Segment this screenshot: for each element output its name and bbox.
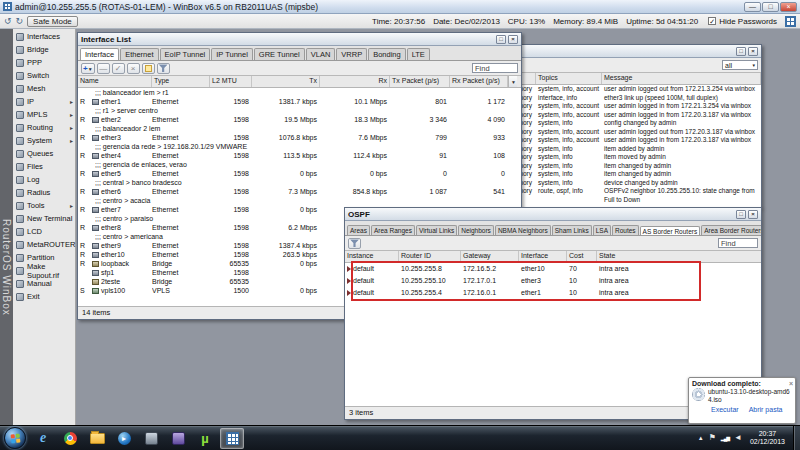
ospf-column-header-gateway[interactable]: Gateway — [461, 251, 519, 262]
interface-comment-row[interactable]: ;;; centro > acacia — [78, 196, 521, 205]
executar-link[interactable]: Executar — [711, 406, 739, 413]
network-icon[interactable]: ▂▄▆ — [721, 435, 729, 441]
app-2-taskbar-button[interactable] — [166, 428, 190, 449]
ospf-router-row[interactable]: default10.255.255.4172.16.0.1ether110int… — [345, 287, 761, 299]
ospf-tab-areas[interactable]: Areas — [347, 225, 370, 235]
sidebar-item-lcd[interactable]: LCD — [13, 225, 75, 238]
ospf-tab-sham-links[interactable]: Sham Links — [552, 225, 592, 235]
log-column-header-message[interactable]: Message — [602, 73, 761, 84]
ospf-tab-nbma-neighbors[interactable]: NBMA Neighbors — [495, 225, 551, 235]
utorrent-taskbar-button[interactable]: µ — [193, 428, 217, 449]
app-titlebar[interactable]: admin@10.255.255.5 (ROTAS-01-LEM) - WinB… — [0, 0, 800, 14]
sidebar-item-ip[interactable]: IP▸ — [13, 95, 75, 108]
ospf-titlebar[interactable]: OSPF □ × — [345, 208, 761, 221]
ospf-column-header-instance[interactable]: Instance — [345, 251, 399, 262]
column-header-tx-packet-p-s[interactable]: Tx Packet (p/s) — [390, 76, 450, 87]
redo-icon[interactable]: ↻ — [16, 17, 24, 26]
ospf-tab-routes[interactable]: Routes — [612, 225, 639, 235]
hidden-icons-arrow-icon[interactable]: ▲ — [698, 435, 704, 441]
sidebar-item-mesh[interactable]: Mesh — [13, 82, 75, 95]
ospf-tab-as-border-routers[interactable]: AS Border Routers — [640, 226, 701, 236]
sidebar-item-switch[interactable]: Switch — [13, 69, 75, 82]
sidebar-item-bridge[interactable]: Bridge — [13, 43, 75, 56]
volume-icon[interactable]: ◄ — [734, 434, 742, 442]
interface-list-maximize-icon[interactable]: □ — [496, 35, 506, 44]
tab-eoip-tunnel[interactable]: EoIP Tunnel — [160, 48, 211, 60]
ospf-close-icon[interactable]: × — [748, 210, 758, 219]
sidebar-item-radius[interactable]: Radius — [13, 186, 75, 199]
popup-close-icon[interactable]: × — [789, 380, 793, 387]
find-input[interactable]: Find — [472, 63, 518, 73]
ospf-tab-neighbors[interactable]: Neighbors — [458, 225, 494, 235]
remove-button[interactable]: — — [97, 63, 110, 74]
log-filter-dropdown[interactable]: all ▾ — [722, 60, 758, 70]
sidebar-item-queues[interactable]: Queues — [13, 147, 75, 160]
ospf-column-header-router-id[interactable]: Router ID — [399, 251, 461, 262]
tab-ethernet[interactable]: Ethernet — [120, 48, 158, 60]
sidebar-item-log[interactable]: Log — [13, 173, 75, 186]
winbox-taskbar-button[interactable] — [220, 428, 244, 449]
minimize-button[interactable]: — — [744, 2, 761, 12]
ospf-tab-virtual-links[interactable]: Virtual Links — [416, 225, 457, 235]
sort-button[interactable]: ▼ — [508, 76, 517, 87]
ospf-tab-area-ranges[interactable]: Area Ranges — [371, 225, 415, 235]
tab-vlan[interactable]: VLAN — [306, 48, 336, 60]
hide-passwords-toggle[interactable]: ✓ Hide Passwords — [708, 17, 777, 26]
taskbar-clock[interactable]: 20:37 02/12/2013 — [747, 430, 788, 446]
explorer-taskbar-button[interactable] — [85, 428, 109, 449]
column-header-l2-mtu[interactable]: L2 MTU — [210, 76, 252, 87]
abrir-pasta-link[interactable]: Abrir pasta — [749, 406, 783, 413]
tab-ip-tunnel[interactable]: IP Tunnel — [211, 48, 253, 60]
ospf-router-row[interactable]: default10.255.255.10172.17.0.1ether310in… — [345, 275, 761, 287]
ospf-tab-area-border-routers[interactable]: Area Border Routers — [701, 225, 761, 235]
show-desktop-button[interactable] — [793, 426, 800, 450]
tab-vrrp[interactable]: VRRP — [336, 48, 367, 60]
interface-row[interactable]: Rether2Ethernet159819.5 Mbps18.3 Mbps3 3… — [78, 115, 521, 124]
interface-row[interactable]: Rether4Ethernet1598113.5 kbps112.4 kbps9… — [78, 151, 521, 160]
add-dropdown-icon[interactable]: ▼ — [88, 66, 93, 72]
action-center-flag-icon[interactable]: ⚑ — [709, 434, 716, 442]
comment-button[interactable] — [142, 63, 155, 74]
column-header-type[interactable]: Type — [152, 76, 210, 87]
sidebar-item-make-supout-rif[interactable]: Make Supout.rif — [13, 264, 75, 277]
sidebar-item-interfaces[interactable]: Interfaces — [13, 30, 75, 43]
interface-comment-row[interactable]: ;;; gerencia de enlaces, verao — [78, 160, 521, 169]
close-button[interactable]: × — [780, 2, 797, 12]
tab-lte[interactable]: LTE — [407, 48, 430, 60]
ospf-column-header-cost[interactable]: Cost — [567, 251, 597, 262]
hide-passwords-checkbox[interactable]: ✓ — [708, 17, 716, 25]
ospf-filter-button[interactable] — [348, 238, 361, 249]
column-header-rx-packet-p-s[interactable]: Rx Packet (p/s) — [450, 76, 508, 87]
safe-mode-button[interactable]: Safe Mode — [27, 16, 78, 27]
ospf-column-header-state[interactable]: State — [597, 251, 761, 262]
sidebar-item-new-terminal[interactable]: New Terminal — [13, 212, 75, 225]
tab-gre-tunnel[interactable]: GRE Tunnel — [254, 48, 305, 60]
interface-row[interactable]: Rether6Ethernet15987.3 Mbps854.8 kbps1 0… — [78, 187, 521, 196]
log-column-header-topics[interactable]: Topics — [536, 73, 602, 84]
column-header-name[interactable]: Name — [78, 76, 152, 87]
undo-icon[interactable]: ↺ — [4, 17, 12, 26]
media-player-taskbar-button[interactable]: ▸ — [112, 428, 136, 449]
interface-row[interactable]: Rether5Ethernet15980 bps0 bps00 — [78, 169, 521, 178]
log-maximize-icon[interactable]: □ — [736, 47, 746, 56]
interface-list-close-icon[interactable]: × — [508, 35, 518, 44]
start-button[interactable] — [4, 427, 26, 449]
interface-comment-row[interactable]: ;;; central > banco bradesco — [78, 178, 521, 187]
sidebar-item-tools[interactable]: Tools▸ — [13, 199, 75, 212]
column-header-rx[interactable]: Rx — [320, 76, 390, 87]
sidebar-item-files[interactable]: Files — [13, 160, 75, 173]
ie-taskbar-button[interactable]: e — [31, 428, 55, 449]
sidebar-item-system[interactable]: System▸ — [13, 134, 75, 147]
enable-button[interactable]: ✓ — [112, 63, 125, 74]
interface-row[interactable]: Rether1Ethernet15981381.7 kbps10.1 Mbps8… — [78, 97, 521, 106]
ospf-tab-lsa[interactable]: LSA — [593, 225, 611, 235]
chrome-taskbar-button[interactable] — [58, 428, 82, 449]
sidebar-item-mpls[interactable]: MPLS▸ — [13, 108, 75, 121]
tab-bonding[interactable]: Bonding — [368, 48, 406, 60]
log-close-icon[interactable]: × — [748, 47, 758, 56]
ospf-find-input[interactable]: Find — [718, 238, 758, 248]
ospf-router-row[interactable]: default10.255.255.8172.16.5.2ether1070in… — [345, 263, 761, 275]
sidebar-item-routing[interactable]: Routing▸ — [13, 121, 75, 134]
interface-comment-row[interactable]: ;;; r1 > server centro — [78, 106, 521, 115]
ospf-maximize-icon[interactable]: □ — [736, 210, 746, 219]
